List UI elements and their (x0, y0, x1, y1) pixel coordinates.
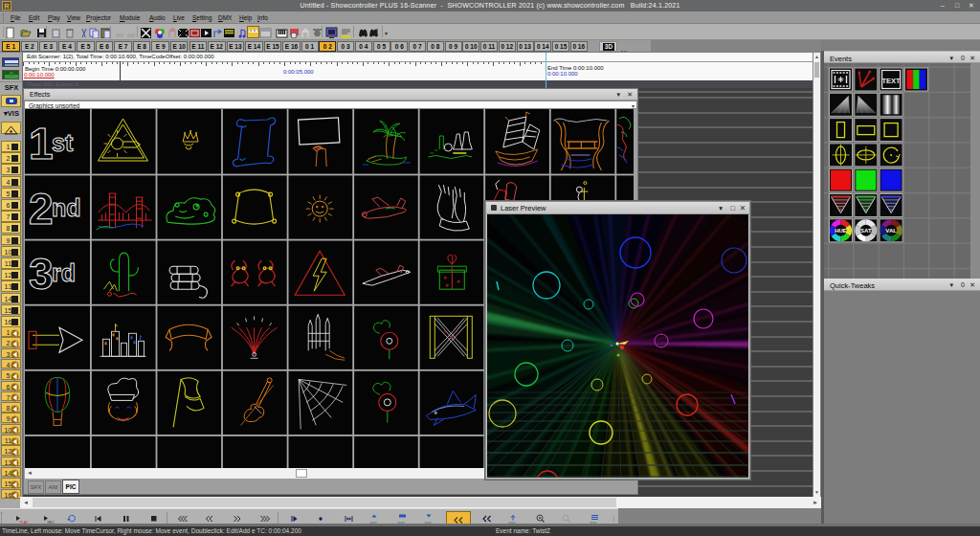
svg-text:1: 1 (29, 119, 54, 168)
svg-text:2: 2 (29, 184, 54, 234)
svg-text:nd: nd (52, 194, 81, 221)
svg-text:SAT: SAT (860, 228, 872, 234)
svg-text:st: st (52, 129, 74, 156)
svg-text:TEXT: TEXT (882, 77, 902, 85)
svg-text:VAL: VAL (885, 228, 897, 234)
svg-text:HUE: HUE (835, 228, 847, 234)
svg-text:rd: rd (52, 259, 76, 286)
svg-text:3: 3 (29, 249, 54, 299)
